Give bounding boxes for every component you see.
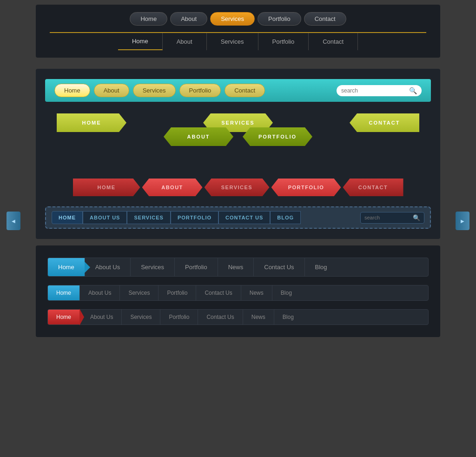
- teal-nav-bar: Home About Services Portfolio Contact 🔍: [45, 79, 431, 102]
- nav-btn2-home[interactable]: Home: [118, 33, 163, 50]
- tn3-services[interactable]: Services: [122, 310, 160, 325]
- tn1-blog[interactable]: Blog: [305, 258, 337, 276]
- left-handle-icon: ◀: [12, 219, 15, 224]
- red-ribbon-nav: HOME ABOUT SERVICES PORTFOLIO CONTACT: [45, 179, 431, 196]
- red-ribbon-contact[interactable]: CONTACT: [343, 179, 403, 196]
- red-ribbon-home[interactable]: HOME: [73, 179, 140, 196]
- dn-btn-home[interactable]: HOME: [52, 211, 83, 224]
- tn2-services[interactable]: Services: [120, 285, 159, 300]
- nav-btn-portfolio[interactable]: Portfolio: [258, 12, 301, 26]
- red-ribbon-services[interactable]: SERVICES: [205, 179, 270, 196]
- section2-colorful-navs: Home About Services Portfolio Contact 🔍 …: [36, 69, 440, 239]
- right-handle-icon: ▶: [461, 219, 464, 224]
- tn2-blog[interactable]: Blog: [272, 285, 300, 300]
- dn-btn-about[interactable]: ABOUT US: [83, 211, 127, 224]
- tn3-news[interactable]: News: [243, 310, 274, 325]
- nav-btn-services[interactable]: Services: [210, 12, 255, 26]
- nav-btn2-contact[interactable]: Contact: [309, 33, 358, 50]
- tab-nav-large: Home About Us Services Portfolio News Co…: [47, 258, 429, 277]
- nav-btn-home[interactable]: Home: [130, 12, 167, 26]
- tn1-contact[interactable]: Contact Us: [254, 258, 304, 276]
- nav-bar-underline: Home About Services Portfolio Contact: [50, 32, 426, 50]
- red-ribbon-about[interactable]: ABOUT: [142, 179, 203, 196]
- tn3-contact[interactable]: Contact Us: [198, 310, 243, 325]
- ribbon-row2: ABOUT PORTFOLIO: [103, 127, 373, 146]
- tn1-home[interactable]: Home: [48, 258, 85, 276]
- ribbon-portfolio[interactable]: PORTFOLIO: [243, 127, 312, 146]
- right-handle: ▶: [456, 212, 469, 230]
- tn2-home[interactable]: Home: [48, 285, 80, 300]
- tn1-services[interactable]: Services: [131, 258, 175, 276]
- left-handle: ◀: [7, 212, 20, 230]
- ribbon-about[interactable]: ABOUT: [164, 127, 233, 146]
- dn-btn-services[interactable]: SERVICES: [127, 211, 170, 224]
- nav-bar-pill: Home About Services Portfolio Contact: [50, 12, 426, 26]
- tab-nav-medium: Home About Us Services Portfolio Contact…: [47, 285, 429, 301]
- nav-btn2-portfolio[interactable]: Portfolio: [258, 33, 309, 50]
- search-icon-dotted: 🔍: [413, 214, 420, 221]
- tn3-portfolio[interactable]: Portfolio: [160, 310, 198, 325]
- tn2-about[interactable]: About Us: [80, 285, 120, 300]
- nav-btn2-about[interactable]: About: [163, 33, 207, 50]
- tn2-contact[interactable]: Contact Us: [196, 285, 241, 300]
- teal-search-input[interactable]: [341, 87, 406, 94]
- tn1-about[interactable]: About Us: [85, 258, 131, 276]
- teal-nav-items: Home About Services Portfolio Contact: [54, 84, 337, 97]
- ribbon-nav-container: HOME SERVICES CONTACT ABOUT PORTFOLIO: [45, 113, 431, 146]
- teal-pill-home[interactable]: Home: [54, 84, 90, 97]
- tn2-portfolio[interactable]: Portfolio: [159, 285, 196, 300]
- tn1-portfolio[interactable]: Portfolio: [175, 258, 218, 276]
- teal-pill-about[interactable]: About: [94, 84, 129, 97]
- tn1-news[interactable]: News: [218, 258, 254, 276]
- dotted-nav-items: HOME ABOUT US SERVICES PORTFOLIO CONTACT…: [52, 211, 356, 224]
- tab-nav-red-home: Home About Us Services Portfolio Contact…: [47, 309, 429, 325]
- teal-pill-services[interactable]: Services: [133, 84, 176, 97]
- tn3-about[interactable]: About Us: [80, 310, 122, 325]
- dn-btn-blog[interactable]: BLOG: [270, 211, 301, 224]
- tn3-blog[interactable]: Blog: [274, 310, 302, 325]
- nav-btn-about[interactable]: About: [170, 12, 207, 26]
- dotted-nav-bar: HOME ABOUT US SERVICES PORTFOLIO CONTACT…: [45, 206, 431, 229]
- dn-search-box[interactable]: 🔍: [360, 212, 424, 224]
- search-icon: 🔍: [409, 87, 417, 94]
- nav-btn-contact[interactable]: Contact: [304, 12, 346, 26]
- tn2-news[interactable]: News: [241, 285, 272, 300]
- red-ribbon-portfolio[interactable]: PORTFOLIO: [271, 179, 341, 196]
- section1-dark-navs: Home About Services Portfolio Contact Ho…: [36, 5, 440, 58]
- dn-btn-contact[interactable]: CONTACT US: [218, 211, 270, 224]
- teal-pill-portfolio[interactable]: Portfolio: [179, 84, 221, 97]
- nav-btn2-services[interactable]: Services: [207, 33, 258, 50]
- dn-search-input[interactable]: [364, 215, 411, 220]
- dn-btn-portfolio[interactable]: PORTFOLIO: [171, 211, 218, 224]
- section3-tab-navs: Home About Us Services Portfolio News Co…: [36, 245, 440, 337]
- teal-pill-contact[interactable]: Contact: [225, 84, 265, 97]
- tn3-home[interactable]: Home: [48, 310, 80, 325]
- teal-search-box[interactable]: 🔍: [337, 85, 422, 96]
